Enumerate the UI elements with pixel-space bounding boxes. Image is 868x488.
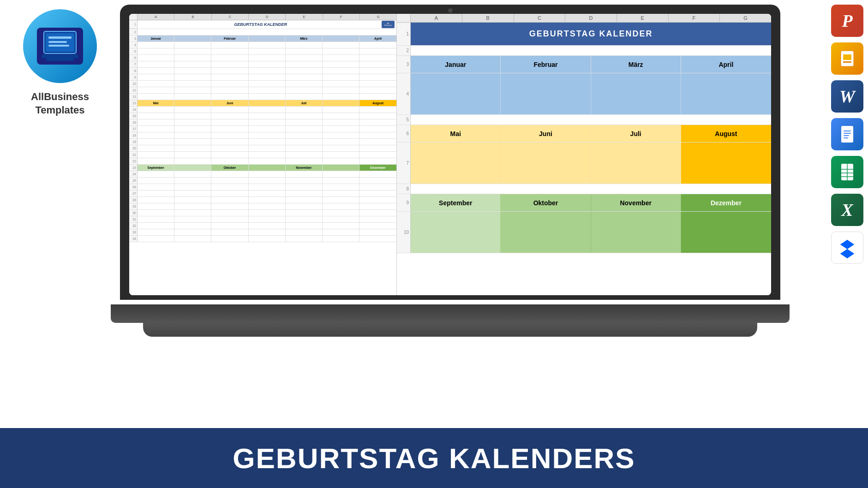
brand-area: AllBusinessTemplates (9, 9, 111, 117)
laptop-screen: A B C D E F G 1 GEBURTSTAG KALENDER (129, 14, 771, 295)
right-dez-block (681, 212, 771, 253)
svg-marker-22 (840, 240, 854, 249)
month-dez-small: Dezember (359, 165, 396, 171)
right-mar-block (591, 73, 681, 114)
right-mai-block (411, 143, 501, 184)
dropbox-icon[interactable] (831, 232, 863, 264)
svg-rect-2 (48, 36, 72, 39)
svg-rect-10 (843, 61, 851, 63)
bottom-banner-text: GEBURTSTAG KALENDERS (233, 442, 635, 475)
right-jul-block (591, 143, 681, 184)
right-nov-label: November (591, 194, 681, 211)
svg-rect-12 (844, 131, 851, 131)
svg-rect-4 (48, 45, 69, 47)
right-aug-label: August (681, 125, 771, 142)
laptop-camera (448, 8, 453, 13)
month-nov-small: November (286, 165, 323, 171)
svg-rect-11 (841, 126, 853, 143)
spreadsheet-left: A B C D E F G 1 GEBURTSTAG KALENDER (129, 14, 397, 295)
brand-name: AllBusinessTemplates (31, 90, 89, 117)
excel-icon[interactable]: X (831, 194, 863, 226)
month-mai-small: Mai (138, 100, 174, 106)
svg-rect-9 (843, 54, 851, 60)
app-icons-sidebar: P W X (831, 5, 863, 264)
google-slides-icon[interactable] (831, 42, 863, 75)
right-dez-label: Dezember (681, 194, 771, 211)
month-jul-small: Juli (286, 100, 323, 106)
right-jun-block (501, 143, 591, 184)
right-jul-label: Juli (591, 125, 681, 142)
right-feb-label: Februar (501, 56, 591, 73)
right-jan-label: Januar (411, 56, 501, 73)
month-jun-small: Juni (211, 100, 248, 106)
right-sep-label: September (411, 194, 501, 211)
right-okt-label: Oktober (501, 194, 591, 211)
laptop: A B C D E F G 1 GEBURTSTAG KALENDER (120, 5, 780, 337)
month-apr-small: April (359, 36, 396, 42)
right-mai-label: Mai (411, 125, 501, 142)
svg-rect-14 (844, 135, 849, 136)
google-sheets-icon[interactable] (831, 156, 863, 188)
svg-rect-15 (844, 137, 848, 138)
right-aug-block (681, 143, 771, 184)
brand-logo (23, 9, 97, 83)
svg-rect-13 (844, 133, 851, 134)
svg-rect-5 (42, 54, 78, 58)
laptop-bezel: A B C D E F G 1 GEBURTSTAG KALENDER (120, 5, 780, 300)
right-feb-block (501, 73, 591, 114)
right-apr-label: April (681, 56, 771, 73)
right-sep-block (411, 212, 501, 253)
right-mar-label: März (591, 56, 681, 73)
google-docs-icon[interactable] (831, 118, 863, 150)
ss-left-title: GEBURTSTAG KALENDER (139, 22, 382, 27)
right-jan-block (411, 73, 501, 114)
month-feb-small: Februar (211, 36, 248, 42)
right-apr-block (681, 73, 771, 114)
right-cal-title: GEBURTSTAG KALENDER (529, 29, 653, 39)
right-nov-block (591, 212, 681, 253)
svg-rect-6 (46, 58, 74, 61)
month-okt-small: Oktober (211, 165, 248, 171)
month-mar-small: März (286, 36, 323, 42)
right-okt-block (501, 212, 591, 253)
laptop-base (111, 304, 790, 323)
laptop-foot (143, 322, 757, 337)
word-icon[interactable]: W (831, 80, 863, 113)
month-aug-small: August (359, 100, 396, 106)
svg-rect-3 (48, 41, 67, 43)
month-jan-small: Januar (138, 36, 174, 42)
month-sep-small: September (138, 165, 174, 171)
powerpoint-icon[interactable]: P (831, 5, 863, 37)
bottom-banner: GEBURTSTAG KALENDERS (0, 428, 868, 488)
spreadsheet-right: A B C D E F G 1 GEBURTSTAG KALENDER (397, 14, 771, 295)
right-jun-label: Juni (501, 125, 591, 142)
svg-marker-23 (840, 249, 854, 258)
